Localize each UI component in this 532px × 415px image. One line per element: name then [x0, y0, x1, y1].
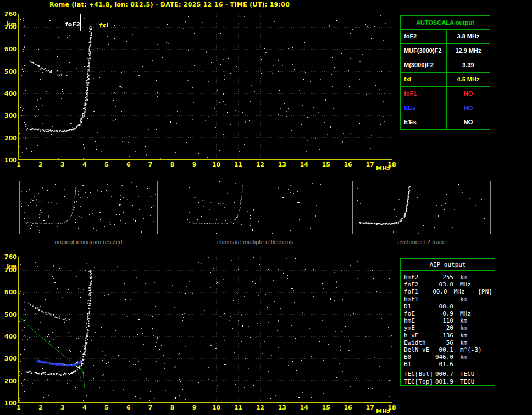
bottom-y-tick-500: 500 [2, 311, 17, 318]
top-ionogram-canvas [19, 14, 392, 159]
autoscala-row-ftEs: ftEsNO [401, 101, 490, 115]
aip-param-note [492, 332, 495, 339]
top-x-tick-18: 18 [386, 161, 397, 168]
autoscala-param-value: 4.5 MHz [446, 73, 490, 86]
aip-param-unit: km [460, 317, 487, 324]
bottom-y-tick-760: 760 [2, 253, 17, 261]
aip-row-hmE: hmE110km [401, 317, 495, 324]
aip-param-note [492, 310, 495, 317]
aip-output-table: AIP output hmF2255kmfoF203.8MHzfoF100.0M… [400, 258, 495, 386]
bottom-x-tick-9: 9 [189, 404, 200, 411]
aip-param-unit: km [460, 339, 487, 346]
bottom-x-tick-17: 17 [364, 404, 375, 411]
thumbnail-evidence-canvas [353, 181, 490, 234]
thumbnail-caption-eliminate: eliminate multiple reflections [186, 239, 324, 245]
thumbnail-eliminate-reflections [186, 181, 324, 234]
aip-param-note [492, 281, 495, 288]
aip-param-unit [460, 361, 487, 368]
autoscala-param-value: NO [446, 101, 490, 115]
autoscala-table-body: foF23.8 MHzMUF(3000)F212.9 MHzM(3000)F23… [401, 30, 490, 129]
aip-param-name: Ewidth [401, 339, 433, 346]
bottom-x-tick-3: 3 [57, 404, 68, 411]
aip-row-B0: B0046.0km [401, 353, 495, 361]
autoscala-param-value: 3.8 MHz [446, 30, 490, 43]
bottom-x-tick-6: 6 [123, 404, 134, 411]
autoscala-row-M(3000)F2: M(3000)F23.39 [401, 58, 490, 73]
aip-param-unit: km [460, 274, 487, 281]
aip-param-name: D1 [401, 303, 433, 310]
autoscala-param-name: foF2 [401, 30, 446, 43]
aip-param-unit: km [460, 296, 487, 303]
bottom-x-tick-11: 11 [232, 404, 243, 411]
aip-param-value: 001.9 [433, 378, 453, 385]
aip-param-unit: MHz [460, 281, 487, 288]
aip-param-name: foE [401, 310, 433, 317]
top-y-tick-700: 700 [2, 24, 17, 31]
aip-param-value: 56 [433, 339, 453, 346]
autoscala-param-value: NO [446, 115, 490, 129]
aip-param-unit: MHz [460, 310, 487, 317]
top-y-tick-600: 600 [2, 46, 17, 53]
bottom-x-tick-13: 13 [276, 404, 287, 411]
bottom-y-tick-700: 700 [2, 267, 17, 274]
aip-param-note [492, 296, 495, 303]
aip-tec-rows: TEC[Bot]000.7TECUTEC[Top]001.9TECU [401, 370, 495, 385]
autoscala-param-value: NO [446, 87, 490, 101]
top-x-tick-11: 11 [232, 161, 243, 168]
aip-param-note [492, 303, 495, 310]
aip-param-note [492, 324, 495, 331]
bottom-ionogram-plot [18, 257, 392, 403]
aip-param-note [492, 353, 495, 361]
aip-param-value: 01.6 [433, 361, 453, 368]
bottom-x-tick-12: 12 [254, 404, 265, 411]
aip-param-unit: TECU [460, 378, 487, 385]
top-x-tick-17: 17 [364, 161, 375, 168]
aip-row-foF2: foF203.8MHz [401, 281, 495, 288]
aip-param-note [492, 361, 495, 368]
aip-param-note [492, 346, 495, 353]
aip-row-h_vE: h_vE136km [401, 332, 495, 339]
aip-row-hmF1: hmF1---km [401, 296, 495, 303]
aip-param-name: DelN_vE [401, 346, 433, 353]
autoscala-param-name: fxI [401, 73, 446, 86]
bottom-x-tick-18: 18 [386, 404, 397, 411]
bottom-x-tick-4: 4 [79, 404, 90, 411]
autoscala-param-name: h'Es [401, 115, 446, 129]
top-x-tick-6: 6 [123, 161, 134, 168]
aip-param-unit: km [460, 353, 487, 361]
thumbnail-original-canvas [20, 181, 157, 234]
autoscala-param-name: ftEs [401, 101, 446, 115]
bottom-y-tick-400: 400 [2, 333, 17, 340]
aip-param-name: ymE [401, 324, 433, 331]
bottom-ionogram-canvas [19, 257, 392, 402]
aip-param-value: --- [433, 296, 453, 303]
autoscala-row-MUF(3000)F2: MUF(3000)F212.9 MHz [401, 44, 490, 58]
bottom-x-tick-1: 1 [13, 404, 24, 411]
aip-row-DelN_vE: DelN_vE00.1m^(-3) [401, 346, 495, 353]
thumbnail-original-ionogram [19, 181, 158, 234]
bottom-y-tick-600: 600 [2, 289, 17, 296]
aip-row-TEC[Top]: TEC[Top]001.9TECU [401, 378, 495, 385]
aip-row-D1: D100.0 [401, 303, 495, 310]
bottom-x-tick-15: 15 [320, 404, 331, 411]
aip-row-B1: B101.6 [401, 361, 495, 368]
aip-table-header: AIP output [401, 259, 495, 271]
top-x-tick-12: 12 [254, 161, 265, 168]
aip-param-value: 0.9 [433, 310, 453, 317]
top-x-tick-15: 15 [320, 161, 331, 168]
autoscala-row-h'Es: h'EsNO [401, 115, 490, 129]
top-y-tick-760: 760 [2, 10, 17, 18]
aip-param-name: hmF1 [401, 296, 433, 303]
aip-row-Ewidth: Ewidth56km [401, 339, 495, 346]
aip-param-value: 00.0 [429, 288, 447, 295]
aip-param-name: B0 [401, 353, 433, 361]
autoscala-row-foF2: foF23.8 MHz [401, 30, 490, 44]
top-x-tick-8: 8 [167, 161, 178, 168]
bottom-x-tick-14: 14 [298, 404, 309, 411]
autoscala-output-table: AUTOSCALA output foF23.8 MHzMUF(3000)F21… [400, 15, 490, 130]
top-x-tick-2: 2 [35, 161, 46, 168]
autoscala-row-fxI: fxI4.5 MHz [401, 73, 490, 87]
autoscala-param-value: 3.39 [446, 58, 490, 72]
page-title: Rome (lat: +41.8, lon: 012.5) - DATE: 20… [49, 1, 290, 8]
top-x-tick-10: 10 [210, 161, 221, 168]
